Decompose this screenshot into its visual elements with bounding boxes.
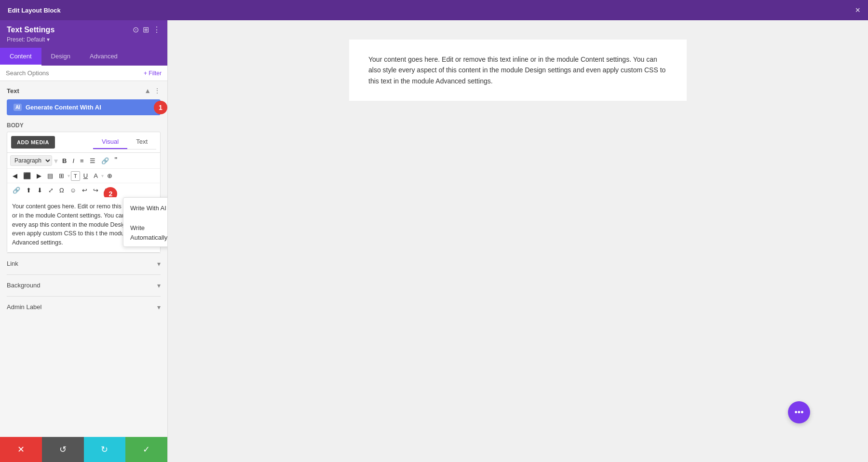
undo-button[interactable]: ↩ [80, 185, 90, 195]
justify-button[interactable]: ▤ [45, 171, 55, 181]
search-bar: + Filter [0, 66, 167, 81]
underline-button[interactable]: U [81, 171, 90, 181]
font-color-button[interactable]: A [91, 171, 100, 181]
toolbar-row-1: Paragraph ▾ B I ≡ ☰ 🔗 " [7, 153, 160, 169]
more-icon[interactable]: ⋮ [153, 25, 161, 34]
link-chevron: ▾ [157, 260, 161, 268]
preset-label: Preset: Default [7, 36, 45, 43]
background-chevron: ▾ [157, 282, 161, 289]
ordered-list-button[interactable]: ☰ [87, 156, 98, 166]
generate-ai-button[interactable]: AI Generate Content With AI [7, 99, 161, 115]
italic-button[interactable]: I [70, 156, 77, 166]
panel-header: Text Settings ⊙ ⊞ ⋮ Preset: Default ▾ [0, 20, 167, 48]
canvas-paragraph: Your content goes here. Edit or remove t… [368, 54, 667, 86]
tab-visual[interactable]: Visual [93, 135, 127, 149]
left-panel: Text Settings ⊙ ⊞ ⋮ Preset: Default ▾ Co… [0, 20, 168, 462]
canvas-text-block: Your content goes here. Edit or remove t… [349, 40, 687, 101]
redo-bottom-button[interactable]: ↻ [84, 437, 126, 462]
body-label: Body [7, 122, 161, 129]
editor-content-area[interactable]: Your content goes here. Edit or remo thi… [7, 197, 160, 252]
link-section: Link ▾ [7, 253, 161, 274]
table-button[interactable]: ⊞ [56, 171, 67, 181]
link-header[interactable]: Link ▾ [7, 260, 161, 268]
insert-link-button[interactable]: 🔗 [10, 185, 23, 195]
ai-tooltip-menu: Write With AI 3 Write Automatically 4 [123, 197, 167, 247]
close-button[interactable]: ✕ [0, 437, 42, 462]
columns-icon[interactable]: ⊞ [143, 25, 149, 34]
background-header[interactable]: Background ▾ [7, 282, 161, 289]
tab-text[interactable]: Text [127, 135, 156, 149]
tab-advanced[interactable]: Advanced [80, 48, 127, 66]
tab-design[interactable]: Design [41, 48, 80, 66]
blockquote-button[interactable]: " [112, 155, 120, 166]
align-left-button[interactable]: ◀ [10, 171, 20, 181]
outdent-button[interactable]: ⬇ [35, 185, 45, 195]
canvas-area: Your content goes here. Edit or remove t… [168, 20, 868, 462]
tab-content[interactable]: Content [0, 48, 41, 66]
undo-bottom-button[interactable]: ↺ [42, 437, 84, 462]
save-button[interactable]: ✓ [125, 437, 167, 462]
omega-button[interactable]: Ω [57, 185, 67, 195]
settings-icon[interactable]: ⊙ [133, 25, 139, 34]
filter-button[interactable]: + Filter [144, 70, 162, 77]
special-char-button[interactable]: ⊕ [105, 171, 115, 181]
preset-selector[interactable]: Preset: Default ▾ [7, 36, 161, 43]
step-1-badge: 1 [154, 101, 167, 114]
indent-button[interactable]: ⬆ [24, 185, 34, 195]
preset-chevron: ▾ [47, 36, 50, 43]
search-input[interactable] [6, 69, 144, 77]
write-with-ai-item[interactable]: Write With AI 3 [123, 198, 167, 219]
background-section: Background ▾ [7, 274, 161, 296]
dialog-title: Edit Layout Block [8, 7, 61, 14]
collapse-icon[interactable]: ▲ [144, 87, 151, 95]
bottom-bar: ✕ ↺ ↻ ✓ [0, 437, 167, 462]
text-section-header: Text ▲ ⋮ [7, 87, 161, 95]
unordered-list-button[interactable]: ≡ [78, 156, 86, 166]
toolbar-row-2: ◀ ⬛ ▶ ▤ ⊞ ▾ T U A ▾ ⊕ [7, 169, 160, 183]
paragraph-select[interactable]: Paragraph [10, 155, 52, 166]
admin-label-header[interactable]: Admin Label ▾ [7, 303, 161, 311]
align-center-button[interactable]: ⬛ [21, 171, 33, 181]
bold-button[interactable]: B [60, 156, 69, 166]
section-more-icon[interactable]: ⋮ [154, 87, 161, 95]
editor-wrapper: ADD MEDIA Visual Text [7, 132, 161, 253]
fab-icon: ••• [795, 408, 804, 418]
clear-format-button[interactable]: T [71, 171, 80, 181]
panel-content: Text ▲ ⋮ AI Generate Content With AI 1 B… [0, 81, 167, 437]
editor-media-row: ADD MEDIA Visual Text [7, 132, 160, 153]
emoji-button[interactable]: ☺ [68, 185, 79, 195]
link-button[interactable]: 🔗 [99, 156, 111, 166]
align-right-button[interactable]: ▶ [34, 171, 44, 181]
editor-tabs: Visual Text [93, 135, 156, 149]
toolbar-row-3: 🔗 ⬆ ⬇ ⤢ Ω ☺ ↩ ↪ AI 2 [7, 183, 160, 197]
ai-icon: AI [14, 104, 22, 111]
section-icons: ▲ ⋮ [144, 87, 161, 95]
text-section-title: Text [7, 87, 19, 95]
panel-title: Text Settings [7, 26, 54, 34]
admin-label-section: Admin Label ▾ [7, 296, 161, 318]
admin-label-chevron: ▾ [157, 303, 161, 311]
close-icon[interactable]: × [855, 5, 860, 15]
redo-button[interactable]: ↪ [91, 185, 101, 195]
top-bar: Edit Layout Block × [0, 0, 868, 20]
fullscreen-button[interactable]: ⤢ [46, 185, 56, 195]
panel-header-icons: ⊙ ⊞ ⋮ [133, 25, 161, 34]
panel-tabs: Content Design Advanced [0, 48, 167, 66]
write-automatically-item[interactable]: Write Automatically 4 [123, 219, 167, 246]
fab-button[interactable]: ••• [788, 401, 810, 423]
add-media-button[interactable]: ADD MEDIA [11, 136, 55, 149]
